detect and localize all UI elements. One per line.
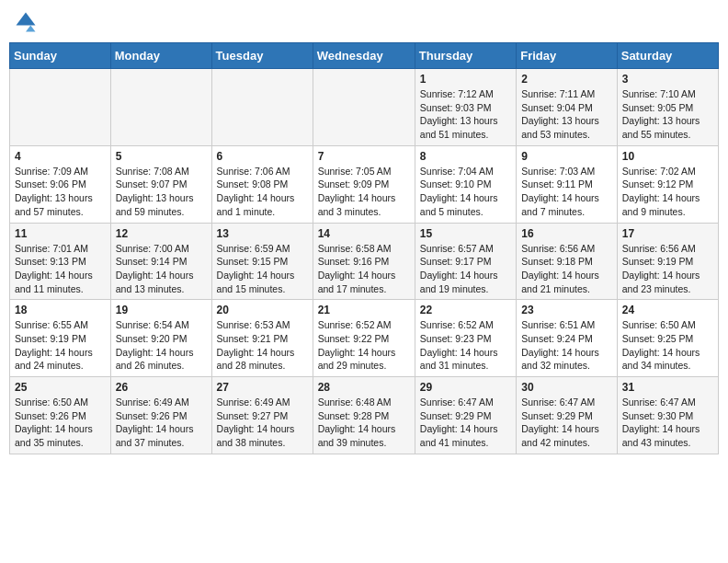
calendar-cell: 19Sunrise: 6:54 AM Sunset: 9:20 PM Dayli… bbox=[110, 300, 211, 377]
day-number: 21 bbox=[318, 304, 410, 316]
calendar-cell: 13Sunrise: 6:59 AM Sunset: 9:15 PM Dayli… bbox=[211, 223, 313, 300]
day-info: Sunrise: 7:12 AM Sunset: 9:03 PM Dayligh… bbox=[420, 87, 511, 142]
day-number: 15 bbox=[420, 227, 511, 240]
day-info: Sunrise: 7:02 AM Sunset: 9:12 PM Dayligh… bbox=[622, 165, 713, 219]
day-info: Sunrise: 7:06 AM Sunset: 9:08 PM Dayligh… bbox=[217, 165, 308, 219]
column-header-tuesday: Tuesday bbox=[211, 43, 313, 69]
day-info: Sunrise: 6:48 AM Sunset: 9:28 PM Dayligh… bbox=[318, 396, 410, 450]
column-header-saturday: Saturday bbox=[617, 43, 718, 69]
day-info: Sunrise: 7:05 AM Sunset: 9:09 PM Dayligh… bbox=[318, 165, 410, 219]
day-number: 2 bbox=[521, 73, 612, 86]
calendar-cell bbox=[211, 69, 313, 146]
calendar-cell: 26Sunrise: 6:49 AM Sunset: 9:26 PM Dayli… bbox=[110, 377, 211, 454]
calendar-cell: 17Sunrise: 6:56 AM Sunset: 9:19 PM Dayli… bbox=[617, 223, 718, 300]
day-number: 7 bbox=[318, 150, 410, 163]
day-number: 27 bbox=[217, 381, 308, 394]
logo bbox=[13, 9, 42, 35]
day-number: 18 bbox=[15, 304, 106, 316]
column-header-thursday: Thursday bbox=[415, 43, 516, 69]
day-info: Sunrise: 6:47 AM Sunset: 9:29 PM Dayligh… bbox=[420, 396, 511, 450]
day-info: Sunrise: 6:58 AM Sunset: 9:16 PM Dayligh… bbox=[318, 242, 410, 296]
calendar-cell: 11Sunrise: 7:01 AM Sunset: 9:13 PM Dayli… bbox=[10, 223, 111, 300]
calendar-cell: 24Sunrise: 6:50 AM Sunset: 9:25 PM Dayli… bbox=[617, 300, 718, 377]
day-number: 31 bbox=[622, 381, 713, 394]
day-number: 3 bbox=[622, 73, 713, 86]
calendar-cell: 22Sunrise: 6:52 AM Sunset: 9:23 PM Dayli… bbox=[415, 300, 516, 377]
calendar-cell: 27Sunrise: 6:49 AM Sunset: 9:27 PM Dayli… bbox=[211, 377, 313, 454]
day-number: 8 bbox=[420, 150, 511, 163]
calendar-cell: 7Sunrise: 7:05 AM Sunset: 9:09 PM Daylig… bbox=[313, 145, 415, 223]
calendar-cell bbox=[10, 69, 111, 146]
day-number: 11 bbox=[15, 227, 106, 240]
day-info: Sunrise: 7:00 AM Sunset: 9:14 PM Dayligh… bbox=[116, 242, 207, 296]
day-number: 20 bbox=[217, 304, 308, 316]
day-info: Sunrise: 6:56 AM Sunset: 9:19 PM Dayligh… bbox=[622, 242, 713, 296]
day-number: 23 bbox=[521, 304, 612, 316]
day-number: 4 bbox=[15, 150, 106, 163]
calendar-cell: 2Sunrise: 7:11 AM Sunset: 9:04 PM Daylig… bbox=[517, 69, 618, 146]
column-header-sunday: Sunday bbox=[10, 43, 111, 69]
day-info: Sunrise: 6:54 AM Sunset: 9:20 PM Dayligh… bbox=[116, 318, 207, 373]
day-number: 30 bbox=[521, 381, 612, 394]
calendar-cell: 4Sunrise: 7:09 AM Sunset: 9:06 PM Daylig… bbox=[10, 145, 111, 223]
day-info: Sunrise: 7:10 AM Sunset: 9:05 PM Dayligh… bbox=[622, 87, 713, 142]
day-info: Sunrise: 7:01 AM Sunset: 9:13 PM Dayligh… bbox=[15, 242, 106, 296]
day-info: Sunrise: 6:47 AM Sunset: 9:29 PM Dayligh… bbox=[521, 396, 612, 450]
day-info: Sunrise: 6:49 AM Sunset: 9:27 PM Dayligh… bbox=[217, 396, 308, 450]
day-number: 9 bbox=[521, 150, 612, 163]
calendar-week-row: 18Sunrise: 6:55 AM Sunset: 9:19 PM Dayli… bbox=[10, 300, 719, 377]
day-info: Sunrise: 7:09 AM Sunset: 9:06 PM Dayligh… bbox=[15, 165, 106, 219]
column-header-friday: Friday bbox=[517, 43, 618, 69]
calendar-cell bbox=[313, 69, 415, 146]
calendar-week-row: 1Sunrise: 7:12 AM Sunset: 9:03 PM Daylig… bbox=[10, 69, 719, 146]
day-info: Sunrise: 6:57 AM Sunset: 9:17 PM Dayligh… bbox=[420, 242, 511, 296]
day-info: Sunrise: 6:49 AM Sunset: 9:26 PM Dayligh… bbox=[116, 396, 207, 450]
day-number: 28 bbox=[318, 381, 410, 394]
day-info: Sunrise: 6:52 AM Sunset: 9:22 PM Dayligh… bbox=[318, 318, 410, 373]
calendar-cell: 14Sunrise: 6:58 AM Sunset: 9:16 PM Dayli… bbox=[313, 223, 415, 300]
calendar-cell: 25Sunrise: 6:50 AM Sunset: 9:26 PM Dayli… bbox=[10, 377, 111, 454]
calendar-cell: 20Sunrise: 6:53 AM Sunset: 9:21 PM Dayli… bbox=[211, 300, 313, 377]
svg-marker-0 bbox=[17, 13, 36, 26]
day-info: Sunrise: 7:03 AM Sunset: 9:11 PM Dayligh… bbox=[521, 165, 612, 219]
day-number: 1 bbox=[420, 73, 511, 86]
calendar-cell: 30Sunrise: 6:47 AM Sunset: 9:29 PM Dayli… bbox=[517, 377, 618, 454]
day-number: 6 bbox=[217, 150, 308, 163]
day-info: Sunrise: 6:50 AM Sunset: 9:26 PM Dayligh… bbox=[15, 396, 106, 450]
calendar-cell: 28Sunrise: 6:48 AM Sunset: 9:28 PM Dayli… bbox=[313, 377, 415, 454]
calendar-cell: 31Sunrise: 6:47 AM Sunset: 9:30 PM Dayli… bbox=[617, 377, 718, 454]
day-info: Sunrise: 6:51 AM Sunset: 9:24 PM Dayligh… bbox=[521, 318, 612, 373]
calendar-week-row: 4Sunrise: 7:09 AM Sunset: 9:06 PM Daylig… bbox=[10, 145, 719, 223]
calendar-cell: 8Sunrise: 7:04 AM Sunset: 9:10 PM Daylig… bbox=[415, 145, 516, 223]
calendar-week-row: 25Sunrise: 6:50 AM Sunset: 9:26 PM Dayli… bbox=[10, 377, 719, 454]
calendar-table: SundayMondayTuesdayWednesdayThursdayFrid… bbox=[9, 42, 719, 454]
day-info: Sunrise: 6:56 AM Sunset: 9:18 PM Dayligh… bbox=[521, 242, 612, 296]
calendar-cell: 12Sunrise: 7:00 AM Sunset: 9:14 PM Dayli… bbox=[110, 223, 211, 300]
day-info: Sunrise: 6:59 AM Sunset: 9:15 PM Dayligh… bbox=[217, 242, 308, 296]
page-header bbox=[9, 9, 719, 35]
calendar-cell: 29Sunrise: 6:47 AM Sunset: 9:29 PM Dayli… bbox=[415, 377, 516, 454]
calendar-cell: 3Sunrise: 7:10 AM Sunset: 9:05 PM Daylig… bbox=[617, 69, 718, 146]
day-number: 19 bbox=[116, 304, 207, 316]
day-info: Sunrise: 7:11 AM Sunset: 9:04 PM Dayligh… bbox=[521, 87, 612, 142]
day-number: 10 bbox=[622, 150, 713, 163]
day-info: Sunrise: 6:53 AM Sunset: 9:21 PM Dayligh… bbox=[217, 318, 308, 373]
day-number: 17 bbox=[622, 227, 713, 240]
day-info: Sunrise: 6:47 AM Sunset: 9:30 PM Dayligh… bbox=[622, 396, 713, 450]
day-number: 13 bbox=[217, 227, 308, 240]
calendar-cell: 6Sunrise: 7:06 AM Sunset: 9:08 PM Daylig… bbox=[211, 145, 313, 223]
svg-marker-1 bbox=[26, 26, 36, 32]
calendar-cell: 1Sunrise: 7:12 AM Sunset: 9:03 PM Daylig… bbox=[415, 69, 516, 146]
day-number: 14 bbox=[318, 227, 410, 240]
logo-icon bbox=[13, 9, 39, 35]
calendar-cell: 15Sunrise: 6:57 AM Sunset: 9:17 PM Dayli… bbox=[415, 223, 516, 300]
calendar-cell: 18Sunrise: 6:55 AM Sunset: 9:19 PM Dayli… bbox=[10, 300, 111, 377]
day-number: 24 bbox=[622, 304, 713, 316]
day-number: 25 bbox=[15, 381, 106, 394]
day-info: Sunrise: 6:52 AM Sunset: 9:23 PM Dayligh… bbox=[420, 318, 511, 373]
calendar-header-row: SundayMondayTuesdayWednesdayThursdayFrid… bbox=[10, 43, 719, 69]
day-number: 16 bbox=[521, 227, 612, 240]
day-info: Sunrise: 6:50 AM Sunset: 9:25 PM Dayligh… bbox=[622, 318, 713, 373]
day-info: Sunrise: 6:55 AM Sunset: 9:19 PM Dayligh… bbox=[15, 318, 106, 373]
calendar-cell: 16Sunrise: 6:56 AM Sunset: 9:18 PM Dayli… bbox=[517, 223, 618, 300]
